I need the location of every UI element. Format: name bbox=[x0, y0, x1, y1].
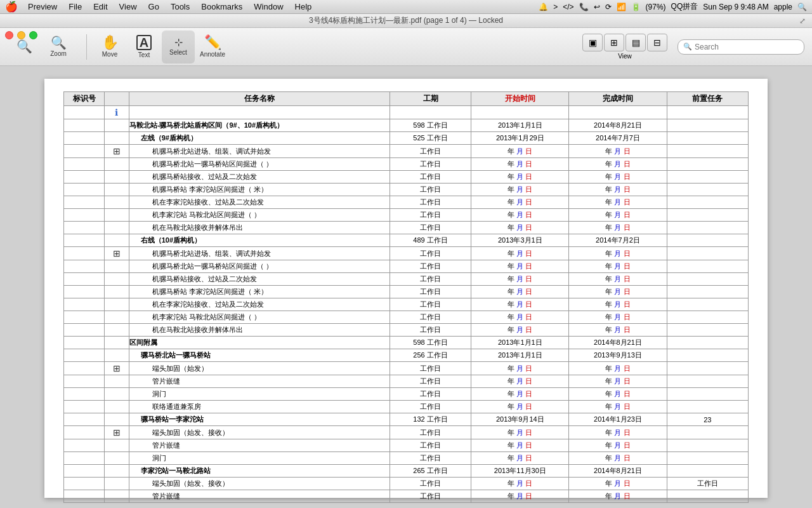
cell-end: 年 月 日 bbox=[569, 260, 667, 273]
table-row: 骡马桥站一李家沱站132 工作日2013年9月14日2014年1月23日23 bbox=[64, 413, 749, 426]
zoom-in-button[interactable]: 🔍 Zoom bbox=[42, 30, 75, 64]
cell-end: 年 月 日 bbox=[569, 439, 667, 452]
table-row: 机在李家沱站接收、过站及二次始发工作日年 月 日年 月 日 bbox=[64, 298, 749, 311]
move-button[interactable]: ✋ Move bbox=[93, 30, 126, 64]
cell-end: 2014年7月2日 bbox=[569, 234, 667, 247]
cell-id bbox=[64, 286, 105, 298]
cell-id bbox=[64, 337, 105, 349]
menu-view[interactable]: View bbox=[114, 1, 142, 12]
menu-file[interactable]: File bbox=[63, 1, 87, 12]
cell-name: 机李家沱站 马鞍北站区间掘进（ ） bbox=[129, 209, 390, 222]
cell-icon bbox=[105, 311, 129, 324]
select-button[interactable]: ⊹ Select bbox=[162, 30, 195, 64]
cell-end: 2014年7月7日 bbox=[569, 132, 667, 145]
cell-icon bbox=[105, 388, 129, 401]
annotate-icon: ✏️ bbox=[204, 36, 221, 50]
search-input[interactable] bbox=[695, 43, 796, 51]
cell-id bbox=[64, 234, 105, 247]
cell-icon: ⊞ bbox=[105, 145, 129, 158]
grid-icon: ⊞ bbox=[113, 248, 121, 258]
cell-prev bbox=[667, 311, 748, 324]
grid-icon: ⊞ bbox=[113, 427, 121, 438]
cell-icon bbox=[105, 171, 129, 184]
view-strip-button[interactable]: ▤ bbox=[625, 34, 646, 51]
cell-end: 年 月 日 bbox=[569, 171, 667, 184]
cell-duration: 工作日 bbox=[390, 145, 471, 158]
code-icon: </> bbox=[563, 3, 573, 11]
table-row: 机在马鞍北站接收并解体吊出工作日年 月 日年 月 日 bbox=[64, 222, 749, 234]
menu-tools[interactable]: Tools bbox=[166, 1, 195, 12]
apple-menu[interactable]: 🍎 bbox=[5, 1, 18, 13]
cell-id bbox=[64, 260, 105, 273]
cell-duration: 工作日 bbox=[390, 196, 471, 209]
window-chrome: 3号线4标盾构施工计划—最新.pdf (page 1 of 4) — Locke… bbox=[0, 14, 812, 28]
view-label: View bbox=[618, 53, 632, 60]
menu-help[interactable]: Help bbox=[290, 1, 317, 12]
cell-duration: 工作日 bbox=[390, 388, 471, 401]
minimize-button[interactable] bbox=[17, 31, 25, 39]
cell-prev bbox=[667, 119, 748, 132]
cell-prev bbox=[667, 426, 748, 439]
menubar-right: 🔔 > </> 📞 ↩ ⟳ 📶 🔋 (97%) QQ拼音 Sun Sep 9 9… bbox=[539, 1, 807, 12]
menu-go[interactable]: Go bbox=[143, 1, 164, 12]
view-grid-button[interactable]: ⊟ bbox=[647, 34, 667, 51]
menu-bookmarks[interactable]: Bookmarks bbox=[196, 1, 247, 12]
cell-icon bbox=[105, 119, 129, 132]
menu-bar: 🍎 Preview File Edit View Go Tools Bookma… bbox=[0, 0, 812, 14]
cell-duration: 489 工作日 bbox=[390, 234, 471, 247]
cell-start: 年 月 日 bbox=[471, 362, 569, 375]
cell-name: 骡马桥站一李家沱站 bbox=[129, 413, 390, 426]
cell-id bbox=[64, 349, 105, 362]
annotate-button[interactable]: ✏️ Annotate bbox=[196, 30, 229, 64]
zoom-out-icon: 🔍 bbox=[16, 40, 32, 53]
cell-start: 年 月 日 bbox=[471, 222, 569, 234]
cell-end: 年 月 日 bbox=[569, 362, 667, 375]
search-menu-icon[interactable]: 🔍 bbox=[797, 3, 807, 11]
table-row: 李家沱站一马鞍北路站265 工作日2013年11月30日2014年8月21日 bbox=[64, 465, 749, 478]
cell-start: 年 月 日 bbox=[471, 247, 569, 260]
cell-end: 年 月 日 bbox=[569, 490, 667, 503]
cell-duration: 工作日 bbox=[390, 298, 471, 311]
menu-edit[interactable]: Edit bbox=[88, 1, 112, 12]
cell-end: 年 月 日 bbox=[569, 426, 667, 439]
select-icon: ⊹ bbox=[174, 37, 183, 48]
table-row: 左线（9#盾构机）525 工作日2013年1月29日2014年7月7日 bbox=[64, 132, 749, 145]
pdf-page: 标识号 任务名称 工期 开始时间 完成时间 前置任务 ℹ bbox=[44, 79, 768, 498]
separator-1 bbox=[86, 34, 87, 60]
cell-end: 2014年8月21日 bbox=[569, 337, 667, 349]
cell-name: 管片嵌缝 bbox=[129, 375, 390, 388]
bell-icon[interactable]: 🔔 bbox=[539, 3, 548, 11]
close-button[interactable] bbox=[5, 31, 13, 39]
text-label: Text bbox=[138, 51, 150, 58]
text-button[interactable]: A Text bbox=[128, 30, 160, 64]
cell-duration: 工作日 bbox=[390, 273, 471, 286]
cell-id bbox=[64, 490, 105, 503]
cell-name: 左线（9#盾构机） bbox=[129, 132, 390, 145]
header-info-row: ℹ bbox=[64, 106, 749, 119]
cell-name: 机在李家沱站接收、过站及二次始发 bbox=[129, 196, 390, 209]
cell-start: 年 月 日 bbox=[471, 145, 569, 158]
cell-prev bbox=[667, 490, 748, 503]
cell-name: 区间附属 bbox=[129, 337, 390, 349]
cell-prev bbox=[667, 362, 748, 375]
table-row: 洞门工作日年 月 日年 月 日 bbox=[64, 388, 749, 401]
menu-preview[interactable]: Preview bbox=[23, 1, 62, 12]
cell-end: 年 月 日 bbox=[569, 222, 667, 234]
cell-id bbox=[64, 362, 105, 375]
maximize-button[interactable] bbox=[29, 31, 37, 39]
cell-prev bbox=[667, 247, 748, 260]
cell-end: 年 月 日 bbox=[569, 196, 667, 209]
table-row: 机在马鞍北站接收并解体吊出工作日年 月 日年 月 日 bbox=[64, 324, 749, 337]
cell-start: 年 月 日 bbox=[471, 324, 569, 337]
menu-window[interactable]: Window bbox=[249, 1, 288, 12]
view-buttons: ▣ ⊞ ▤ ⊟ bbox=[582, 34, 667, 51]
cell-name: 机在李家沱站接收、过站及二次始发 bbox=[129, 298, 390, 311]
table-row: 机李家沱站 马鞍北站区间掘进（ ）工作日年 月 日年 月 日 bbox=[64, 311, 749, 324]
view-single-button[interactable]: ▣ bbox=[582, 34, 603, 51]
cell-end: 年 月 日 bbox=[569, 375, 667, 388]
view-double-button[interactable]: ⊞ bbox=[604, 34, 624, 51]
cell-id bbox=[64, 311, 105, 324]
cell-end: 年 月 日 bbox=[569, 298, 667, 311]
cell-name: 机骡马桥北站进场、组装、调试并始发 bbox=[129, 247, 390, 260]
resize-icon[interactable]: ⤢ bbox=[799, 17, 806, 25]
